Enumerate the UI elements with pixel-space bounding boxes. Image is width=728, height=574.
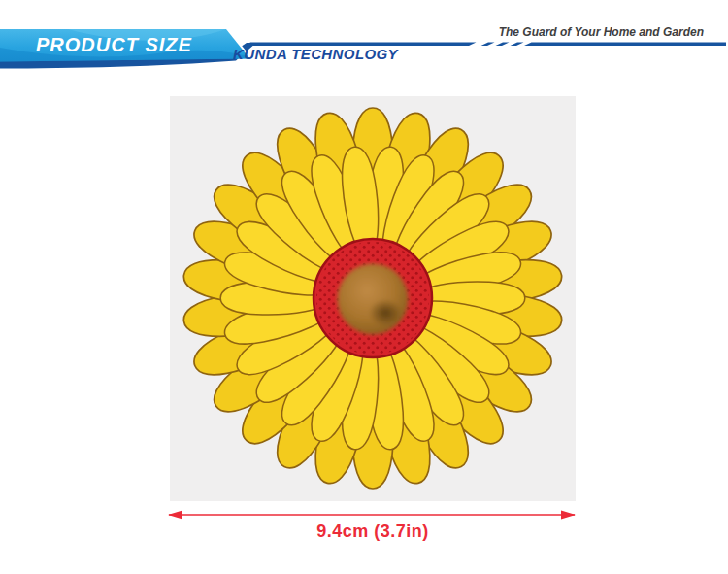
flower-center bbox=[314, 239, 432, 357]
center-seed-blob bbox=[338, 264, 409, 335]
brand-name: KUNDA TECHNOLOGY bbox=[233, 46, 398, 62]
dimension-label: 9.4cm (3.7in) bbox=[170, 522, 576, 542]
dimension-line bbox=[163, 508, 580, 522]
sunflower-graphic bbox=[170, 96, 576, 501]
header-rule-right bbox=[524, 43, 726, 47]
slogan: The Guard of Your Home and Garden bbox=[499, 25, 704, 39]
dimension-arrow-left bbox=[168, 511, 182, 520]
page: PRODUCT SIZE KUNDA TECHNOLOGY The Guard … bbox=[0, 0, 728, 574]
header-rule-hatch bbox=[481, 43, 524, 47]
dimension-arrow-right bbox=[561, 511, 576, 520]
product-image bbox=[170, 96, 576, 501]
banner-title: PRODUCT SIZE bbox=[36, 34, 230, 56]
